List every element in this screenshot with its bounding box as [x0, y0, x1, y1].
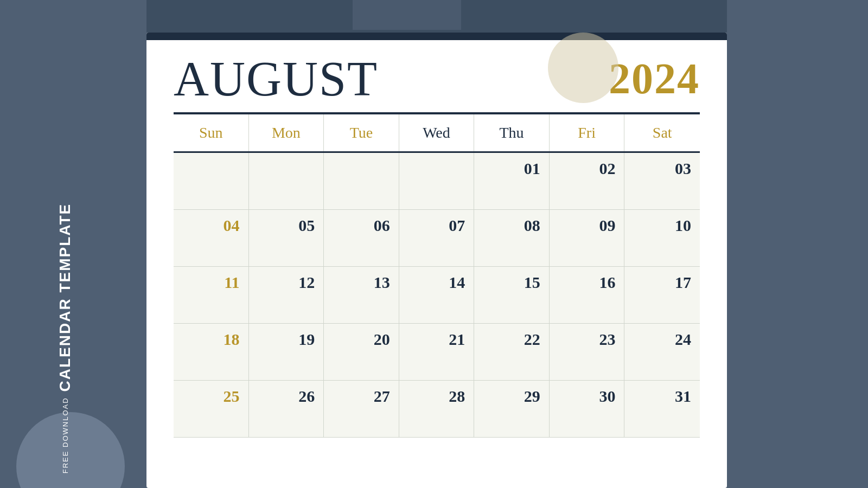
table-row: 23	[550, 324, 625, 381]
table-row: 19	[249, 324, 324, 381]
calendar-container: AUGUST 2024 Sun Mon Tue Wed Thu Fri Sat …	[146, 33, 727, 488]
day-header-sun: Sun	[174, 114, 249, 151]
table-row: 16	[550, 267, 625, 324]
table-row: 14	[399, 267, 475, 324]
table-row: 24	[624, 324, 700, 381]
table-row: 12	[249, 267, 324, 324]
table-row: 10	[624, 210, 700, 267]
table-row: 02	[550, 153, 625, 210]
table-row	[399, 153, 475, 210]
table-row: 18	[174, 324, 249, 381]
table-row: 26	[249, 381, 324, 438]
day-header-tue: Tue	[324, 114, 399, 151]
table-row: 07	[399, 210, 475, 267]
day-header-mon: Mon	[249, 114, 324, 151]
sidebar-text-group: FREE DOWNLOAD CALENDAR TEMPLATE	[56, 230, 74, 447]
table-row: 27	[324, 381, 399, 438]
table-row	[249, 153, 324, 210]
table-row: 06	[324, 210, 399, 267]
table-row: 29	[474, 381, 550, 438]
calendar-top-bar	[146, 33, 727, 40]
table-row: 03	[624, 153, 700, 210]
table-row: 25	[174, 381, 249, 438]
day-headers: Sun Mon Tue Wed Thu Fri Sat	[174, 114, 700, 153]
table-row: 04	[174, 210, 249, 267]
free-download-label: FREE DOWNLOAD	[61, 397, 69, 473]
calendar-grid: 01 02 03 04 05 06 07 08 09 10 11 12 13 1…	[174, 153, 700, 438]
month-title: AUGUST	[174, 51, 378, 107]
table-row: 13	[324, 267, 399, 324]
year-title: 2024	[609, 54, 700, 104]
table-row: 28	[399, 381, 475, 438]
header-circle-decoration	[548, 33, 618, 103]
table-row: 11	[174, 267, 249, 324]
day-header-thu: Thu	[474, 114, 550, 151]
table-row: 20	[324, 324, 399, 381]
table-row: 22	[474, 324, 550, 381]
table-row: 21	[399, 324, 475, 381]
sidebar: FREE DOWNLOAD CALENDAR TEMPLATE	[0, 0, 146, 488]
calendar-template-label: CALENDAR TEMPLATE	[56, 203, 74, 392]
table-row: 31	[624, 381, 700, 438]
table-row: 30	[550, 381, 625, 438]
table-row: 08	[474, 210, 550, 267]
day-header-sat: Sat	[624, 114, 700, 151]
table-row: 09	[550, 210, 625, 267]
calendar-header: AUGUST 2024	[146, 40, 727, 112]
day-header-fri: Fri	[550, 114, 625, 151]
table-row: 15	[474, 267, 550, 324]
table-row: 01	[474, 153, 550, 210]
table-row: 17	[624, 267, 700, 324]
day-header-wed: Wed	[399, 114, 475, 151]
table-row: 05	[249, 210, 324, 267]
table-row	[174, 153, 249, 210]
table-row	[324, 153, 399, 210]
